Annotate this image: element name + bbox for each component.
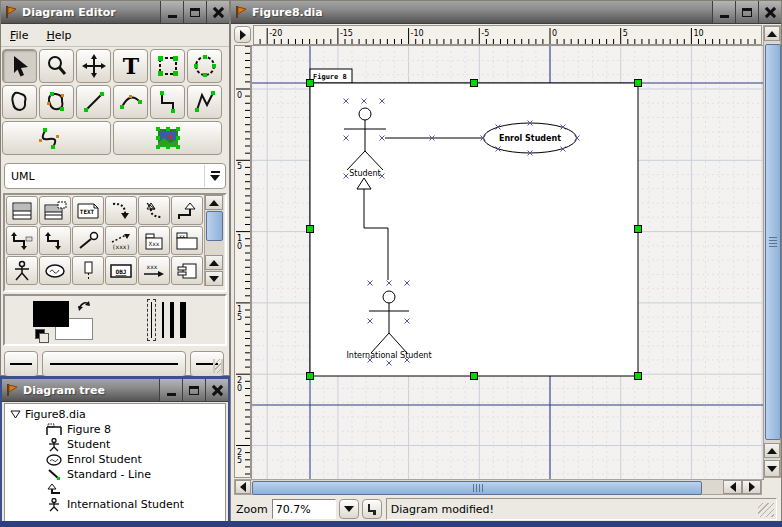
- tool-scroll-button[interactable]: [76, 49, 111, 83]
- toolbox-titlebar[interactable]: Diagram Editor: [1, 1, 229, 24]
- minimize-button[interactable]: [159, 379, 182, 401]
- swap-colors-icon[interactable]: [77, 299, 91, 311]
- svg-text:OBJ: OBJ: [116, 268, 127, 275]
- selection-handle[interactable]: [635, 373, 642, 380]
- tool-polygon-button[interactable]: [2, 85, 37, 119]
- line-style-button[interactable]: [42, 351, 186, 377]
- selection-handle[interactable]: [307, 80, 314, 87]
- uml-object-button[interactable]: OBJ: [105, 256, 137, 285]
- scroll-left2-button[interactable]: [723, 480, 742, 494]
- line-width-1-selected[interactable]: [147, 299, 156, 341]
- line-width-4[interactable]: [170, 301, 174, 339]
- uml-class-button[interactable]: [6, 196, 38, 225]
- tool-bezierline-button[interactable]: [2, 121, 111, 155]
- tool-box-button[interactable]: [150, 49, 185, 83]
- scroll-down-button[interactable]: [764, 460, 780, 477]
- zoom-input[interactable]: [272, 499, 336, 519]
- palette-scrollbar[interactable]: [204, 195, 224, 286]
- tool-line-button[interactable]: [76, 85, 111, 119]
- default-colors-icon[interactable]: [35, 329, 47, 340]
- tree-item-figure8[interactable]: Figure 8: [5, 422, 225, 437]
- grid-toggle-button[interactable]: [362, 499, 382, 519]
- uml-lifeline-button[interactable]: [72, 256, 104, 285]
- sheet-selector[interactable]: UML: [4, 163, 226, 189]
- toolbox-window: Diagram Editor File Help: [0, 0, 230, 376]
- maximize-button[interactable]: [182, 379, 205, 401]
- tool-beziergon-button[interactable]: [39, 85, 74, 119]
- vertical-scroll-thumb[interactable]: [765, 44, 781, 440]
- tool-arc-button[interactable]: [113, 85, 148, 119]
- menu-file[interactable]: File: [1, 27, 37, 44]
- uml-usecase-button[interactable]: [39, 256, 71, 285]
- uml-large-package-button[interactable]: xx: [171, 226, 203, 255]
- selection-handle[interactable]: [635, 80, 642, 87]
- expander-icon[interactable]: [5, 410, 21, 419]
- tool-ellipse-button[interactable]: [187, 49, 222, 83]
- scroll-right-button[interactable]: [742, 480, 761, 494]
- uml-actor-button[interactable]: [6, 256, 38, 285]
- tool-select-button[interactable]: [2, 49, 37, 83]
- foreground-color-swatch[interactable]: [33, 301, 69, 327]
- uml-note-button[interactable]: TEXT: [72, 196, 104, 225]
- minimize-button[interactable]: [160, 1, 183, 23]
- uml-association-direction-button[interactable]: [6, 226, 38, 255]
- uml-dependency-button[interactable]: [105, 196, 137, 225]
- sheet-dropdown-button[interactable]: [204, 165, 225, 187]
- maximize-button[interactable]: [735, 1, 758, 23]
- tree-root-row[interactable]: Figure8.dia: [5, 407, 225, 422]
- uml-message-arrow-button[interactable]: xxx: [138, 256, 170, 285]
- vertical-scrollbar[interactable]: [763, 25, 781, 478]
- tree-item-generalization[interactable]: [5, 482, 225, 497]
- uml-component-button[interactable]: [171, 256, 203, 285]
- uml-association-button[interactable]: [39, 226, 71, 255]
- actor-icon: [45, 498, 63, 512]
- zoom-dropdown-button[interactable]: [339, 499, 359, 519]
- tree-item-international-student[interactable]: International Student: [5, 497, 225, 512]
- selection-handle[interactable]: [471, 80, 478, 87]
- canvas-titlebar[interactable]: Figure8.dia: [231, 1, 781, 24]
- uml-generalization-button[interactable]: [171, 196, 203, 225]
- diagram-canvas[interactable]: Figure 8 Student Enrol Student: [251, 45, 764, 480]
- uml-usecase-icon: [42, 261, 68, 281]
- selection-handle[interactable]: [307, 373, 314, 380]
- selection-handle[interactable]: [307, 226, 314, 233]
- maximize-button[interactable]: [183, 1, 206, 23]
- uml-small-package-button[interactable]: Xxx: [138, 226, 170, 255]
- close-button[interactable]: [205, 379, 228, 401]
- tool-image-button[interactable]: [113, 121, 222, 155]
- horizontal-scrollbar[interactable]: [234, 479, 762, 495]
- line-width-6[interactable]: [180, 301, 186, 339]
- tree-titlebar[interactable]: Diagram tree: [2, 379, 228, 402]
- scroll-up2-button[interactable]: [764, 443, 780, 458]
- close-button[interactable]: [206, 1, 229, 23]
- beziergon-tool-icon: [44, 89, 70, 115]
- uml-realization-button[interactable]: [138, 196, 170, 225]
- tool-polyline-button[interactable]: [187, 85, 222, 119]
- tool-zigzagline-button[interactable]: [150, 85, 185, 119]
- selection-handle[interactable]: [471, 373, 478, 380]
- uml-interface-lollipop-button[interactable]: [72, 226, 104, 255]
- uml-class-template-button[interactable]: [39, 196, 71, 225]
- palette-scroll-down-button[interactable]: [205, 271, 223, 286]
- scroll-left-button[interactable]: [235, 480, 251, 494]
- horizontal-scroll-thumb[interactable]: [252, 481, 702, 495]
- menu-help[interactable]: Help: [37, 27, 80, 44]
- uml-message-button[interactable]: (xxx): [105, 226, 137, 255]
- palette-scroll-up-button[interactable]: [205, 195, 223, 210]
- tree-item-enrol-student[interactable]: Enrol Student: [5, 452, 225, 467]
- tree-item-student[interactable]: Student: [5, 437, 225, 452]
- canvas-menu-button[interactable]: [234, 26, 251, 43]
- tree-item-standard-line[interactable]: Standard - Line: [5, 467, 225, 482]
- selection-handle[interactable]: [635, 226, 642, 233]
- close-button[interactable]: [758, 1, 781, 23]
- resize-grip[interactable]: [758, 503, 774, 517]
- palette-scroll-up2-button[interactable]: [205, 255, 223, 270]
- tool-zoom-button[interactable]: [39, 49, 74, 83]
- arrow-start-button[interactable]: [4, 351, 38, 377]
- maximize-icon: [190, 8, 200, 17]
- scroll-up-button[interactable]: [764, 26, 780, 41]
- minimize-button[interactable]: [712, 1, 735, 23]
- tool-text-button[interactable]: T: [113, 49, 148, 83]
- line-width-2[interactable]: [162, 301, 164, 339]
- palette-scroll-thumb[interactable]: [206, 211, 223, 241]
